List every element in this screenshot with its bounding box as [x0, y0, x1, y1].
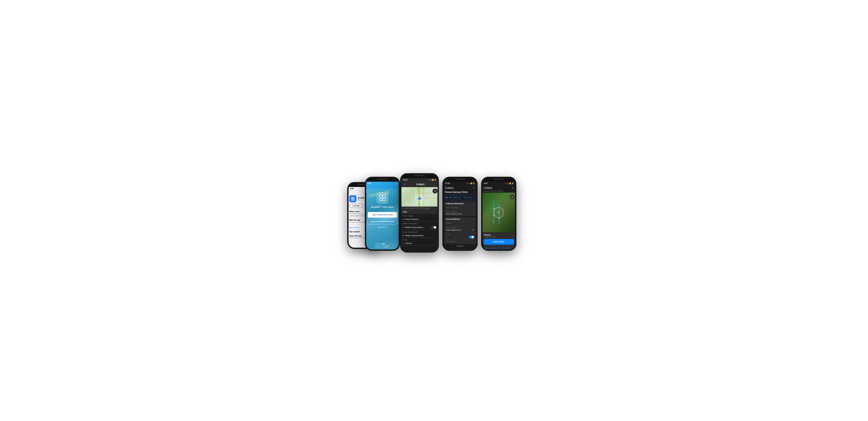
p4-full-name-label: Collector Full Name — [446, 207, 474, 208]
phone-login-inner: 6:47 ▲ — [365, 177, 400, 251]
layer-name-fence-features: Fence Features — [405, 218, 436, 220]
phone-form-inner: 11:13 📍 ▲ 📶 🔋 Collect ✓ Fence Survey For… — [442, 177, 477, 251]
p4-hilltop-value: o — [446, 236, 468, 238]
hilltop-toggle[interactable] — [469, 236, 474, 238]
bullet-icon-range — [403, 235, 404, 236]
p3-header: ✕ Collect — [400, 181, 439, 187]
p5-header: Collect ✓ — [481, 185, 517, 190]
p4-full-name-field[interactable]: Collector Full Name — [444, 206, 476, 210]
p5-menu-dots[interactable]: ⋮ — [512, 234, 514, 237]
esri-globe-icon: 🌐 — [375, 243, 380, 248]
p3-filter-title: Filter — [403, 211, 436, 213]
p3-map-preview: ▲ ◎ + — [400, 187, 439, 207]
group-header-range: Range Improvements — [400, 230, 439, 233]
p2-logo-text: ArcGIS® Field Maps — [371, 205, 394, 208]
p4-collector-section: Collector Information ∧ Collector Full N… — [444, 202, 476, 216]
p1-uninstall-btn[interactable]: Uninstall — [349, 204, 363, 208]
location-icon-4: 📍 — [466, 183, 468, 184]
layer-item-fences[interactable]: ✏ Fences — [400, 241, 439, 245]
notch-pill-5 — [494, 179, 504, 180]
wifi-icon-3: ▲ — [430, 179, 431, 181]
p5-fences-row: Fences Length 4,732.9 ft ⋮ — [484, 234, 514, 238]
p4-hilltop-field[interactable]: Hilltop o — [444, 233, 476, 240]
star-1[interactable]: ☆ — [349, 223, 351, 226]
phone-filter-inner: 11:12 📍 ▲ 📶 🔋 ✕ Collect — [400, 173, 439, 252]
camera-icon-5: 📷 — [485, 247, 487, 249]
fence-dot-1 — [493, 208, 495, 209]
camera-icon: 📷 — [446, 197, 448, 199]
p3-close-btn[interactable]: ✕ — [403, 183, 406, 186]
p5-attach-btn[interactable]: 📎 ATTACH — [499, 246, 514, 251]
p4-clear-btn[interactable]: ✕ — [471, 229, 474, 232]
star-2[interactable]: ☆ — [351, 223, 353, 226]
notch-pill-3 — [414, 175, 425, 176]
p4-hilltop-label: Hilltop — [446, 234, 474, 235]
p5-content: Collect ✓ accuracy 40.1 ft • 30 ft requi… — [481, 185, 517, 251]
group-header-fence-features: Fence Features — [400, 214, 439, 217]
svg-rect-5 — [383, 195, 385, 198]
time-2: 6:47 — [368, 182, 371, 184]
svg-rect-6 — [379, 198, 382, 201]
p3-target-btn[interactable]: ◎ — [433, 188, 437, 193]
p5-target-btn[interactable]: ◎ — [510, 194, 515, 199]
p4-fence-material-label: Fence Material — [446, 241, 474, 242]
p2-signin-enterprise-btn[interactable]: Sign in with ArcGIS Enterprise — [368, 219, 397, 224]
p5-check-icon[interactable]: ✓ — [512, 187, 514, 189]
wifi-icon-2: ▲ — [396, 183, 397, 184]
p5-take-photo-btn[interactable]: 📷 TAKE PHOTO — [484, 246, 498, 251]
p4-inventory-field[interactable]: Inventory Status * Newly mapped fence ✕ — [444, 225, 476, 233]
p4-header: Collect ✓ — [442, 185, 477, 191]
star-4[interactable]: ☆ — [356, 223, 358, 226]
status-icons-2: ▲ — [396, 183, 397, 184]
p4-date-value: Jul 26, 2024 11:13 AM — [446, 213, 474, 215]
plus-icon-5: + — [498, 210, 500, 214]
star-5[interactable]: ☆ — [359, 223, 361, 226]
esri-name: esri — [381, 242, 390, 245]
toggle-knob-blue — [471, 236, 474, 238]
p4-collector-header[interactable]: Collector Information ∧ — [444, 202, 476, 206]
p3-gps-text: GPS accuracy 110 ft • 30 ft required — [405, 207, 430, 209]
layer-item-range[interactable]: Range Improvements — [400, 233, 439, 238]
p4-check-icon[interactable]: ✓ — [473, 186, 475, 189]
compass-arrow-icon: ▲ — [419, 198, 420, 200]
p4-fenceid-label: FenceID — [446, 222, 474, 224]
p4-fence-header[interactable]: Fence Attributes * ∧ — [444, 217, 476, 221]
time-5: 4:47 — [484, 182, 488, 184]
p4-inventory-value: Newly mapped fence — [446, 229, 471, 231]
wildlife-toggle[interactable] — [431, 226, 436, 229]
star-3[interactable]: ☆ — [354, 223, 356, 226]
p2-skip-btn[interactable]: Skip sign in — [368, 226, 397, 228]
battery-icon-4: 🔋 — [473, 183, 475, 184]
layer-item-wildlife[interactable]: Wildlife Observations — [400, 225, 439, 230]
p4-fenceid-field[interactable]: FenceID — [444, 221, 476, 225]
status-bar-2: 6:47 ▲ — [365, 182, 400, 185]
p3-content: ✕ Collect ▲ — [400, 181, 439, 252]
layer-group-range: Range Improvements Range Improvements — [400, 230, 439, 238]
notch-bar-3 — [400, 173, 439, 178]
status-bar-4: 11:13 📍 ▲ 📶 🔋 — [442, 182, 477, 185]
p4-content: Collect ✓ Fence Survey Form 📷 TAKE PHOTO… — [442, 185, 477, 251]
p4-take-photo-btn[interactable]: 📷 TAKE PHOTO — [445, 195, 460, 200]
phone-satellite-map: 4:47 📍 ▲ 📶 🔋 Collect ✓ accuracy 40.1 ft … — [481, 177, 517, 251]
p5-fences-info: Fences Length 4,732.9 ft — [484, 234, 496, 238]
battery-icon-3: 🔋 — [434, 179, 436, 181]
layer-name-range: Range Improvements — [405, 234, 436, 237]
p4-attach-btn[interactable]: 📎 ATTACH — [461, 195, 475, 200]
time-1: 9:20 — [350, 188, 353, 189]
svg-rect-7 — [383, 198, 385, 201]
p4-date-field[interactable]: Date of Collection Jul 26, 2024 11:13 AM — [444, 210, 476, 216]
p5-add-point-btn[interactable]: ADD POINT — [484, 239, 514, 245]
p3-gps-bar: ⚠ GPS accuracy 110 ft • 30 ft required — [400, 207, 439, 210]
cyan-line-h — [494, 205, 499, 205]
p4-fence-material-field[interactable]: Fence Material — [444, 240, 476, 244]
notch-pill-4 — [455, 179, 465, 180]
p4-fence-section: Fence Attributes * ∧ FenceID Inventory S… — [444, 217, 476, 244]
svg-rect-1 — [353, 197, 354, 199]
p3-layers-list: Fence Features Fence Features Wildlife O… — [400, 214, 439, 252]
signal-icon-5: 📶 — [509, 183, 511, 184]
p2-signin-online-btn[interactable]: Sign in with ArcGIS Online — [368, 212, 397, 218]
layer-item-fence-features[interactable]: Fence Features — [400, 217, 439, 221]
phone-collect-filter: 11:12 📍 ▲ 📶 🔋 ✕ Collect — [400, 173, 439, 252]
location-icon-3: 📍 — [427, 179, 429, 181]
p2-logo-icon — [377, 192, 388, 204]
